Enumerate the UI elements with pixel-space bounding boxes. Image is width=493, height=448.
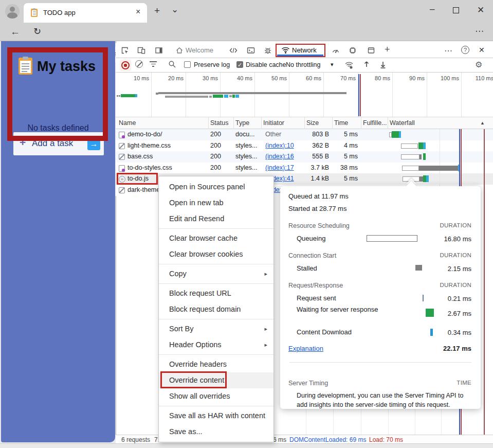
network-overview[interactable]: 10 ms20 ms30 ms40 ms50 ms60 ms70 ms80 ms… xyxy=(116,73,493,117)
request-name: base.css xyxy=(127,153,153,160)
column-header-name[interactable]: Name xyxy=(119,119,136,127)
column-header-waterfall[interactable]: Waterfall xyxy=(390,119,415,127)
menu-item-save-all-as-har-with-content[interactable]: Save all as HAR with content xyxy=(159,408,273,424)
table-row[interactable]: light-theme.css200styles...(index):10362… xyxy=(116,140,493,152)
menu-item-label: Save all as HAR with content xyxy=(169,411,265,420)
request-type: docu... xyxy=(235,131,255,138)
more-tabs-button[interactable]: + xyxy=(385,44,390,55)
request-time: 4 ms xyxy=(332,142,358,149)
devtools-more-icon[interactable]: ⋯ xyxy=(444,46,452,56)
overview-waterfall-bar xyxy=(165,96,208,98)
sort-arrow-icon[interactable]: ▲ xyxy=(480,120,485,126)
search-icon[interactable] xyxy=(168,60,176,68)
throttling-select[interactable]: No throttling xyxy=(286,61,320,68)
chevron-down-icon[interactable]: ▾ xyxy=(331,61,334,68)
menu-item-edit-and-resend[interactable]: Edit and Resend xyxy=(159,211,273,227)
menu-item-block-request-domain[interactable]: Block request domain xyxy=(159,301,273,317)
filter-icon[interactable] xyxy=(150,61,157,67)
browser-tab[interactable]: TODO app × xyxy=(24,3,147,23)
preserve-log-checkbox[interactable] xyxy=(184,61,191,68)
request-initiator[interactable]: (index):17 xyxy=(265,164,294,171)
request-name: to-do-styles.css xyxy=(127,164,172,171)
timing-outline-bar xyxy=(367,235,417,242)
menu-item-open-in-new-tab[interactable]: Open in new tab xyxy=(159,195,273,211)
debug-bug-icon[interactable] xyxy=(264,46,272,55)
table-row[interactable]: demo-to-do/200docu...Other803 B5 ms xyxy=(116,129,493,140)
request-size: 555 B xyxy=(304,153,329,160)
waterfall-blue-bar xyxy=(423,142,426,149)
tab-list-dropdown-icon[interactable]: ⌄ xyxy=(171,5,178,14)
network-conditions-icon[interactable] xyxy=(344,60,354,69)
overview-gridline xyxy=(151,73,152,117)
menu-item-clear-browser-cookies[interactable]: Clear browser cookies xyxy=(159,246,273,262)
menu-item-label: Save as... xyxy=(169,427,202,436)
column-header-status[interactable]: Status xyxy=(210,119,228,127)
memory-chip-icon[interactable] xyxy=(349,46,357,55)
tab-close-icon[interactable]: × xyxy=(136,8,140,16)
refresh-button[interactable]: ↻ xyxy=(33,27,41,36)
menu-item-copy[interactable]: Copy▸ xyxy=(159,266,273,282)
overview-gridline xyxy=(289,73,289,117)
settings-gear-icon[interactable]: ⚙ xyxy=(475,60,482,69)
waterfall-gridline xyxy=(440,140,440,152)
timing-row-label: Content Download xyxy=(297,328,379,336)
overview-tick-label: 40 ms xyxy=(223,75,252,81)
performance-gauge-icon[interactable] xyxy=(332,46,340,55)
devtools-help-icon[interactable]: ? xyxy=(461,46,469,54)
menu-item-block-request-url[interactable]: Block request URL xyxy=(159,285,273,301)
menu-item-sort-by[interactable]: Sort By▸ xyxy=(159,321,273,337)
device-emulation-icon[interactable] xyxy=(137,46,145,55)
menu-separator xyxy=(159,228,273,229)
menu-item-label: Show all overrides xyxy=(169,392,230,400)
table-row[interactable]: to-do-styles.css200styles...(index):173.… xyxy=(116,163,493,174)
new-tab-button[interactable]: + xyxy=(154,6,160,15)
column-header-fulfille[interactable]: Fulfille... xyxy=(363,119,387,127)
menu-separator xyxy=(159,319,273,319)
disable-cache-checkbox[interactable]: ✓ xyxy=(236,61,243,68)
overview-gridline xyxy=(427,73,427,117)
disable-cache-label[interactable]: Disable cache xyxy=(246,61,286,68)
export-har-icon[interactable] xyxy=(379,60,387,68)
menu-item-label: Clear browser cookies xyxy=(169,250,243,258)
column-header-type[interactable]: Type xyxy=(235,119,249,127)
menu-item-override-content[interactable]: Override content xyxy=(159,372,273,388)
explanation-link[interactable]: Explanation xyxy=(288,345,323,352)
request-initiator: Other xyxy=(265,131,281,138)
maximize-button[interactable] xyxy=(453,7,459,13)
devtools-close-icon[interactable]: ✕ xyxy=(479,46,485,54)
request-initiator[interactable]: (index):10 xyxy=(265,142,294,149)
preserve-log-label[interactable]: Preserve log xyxy=(194,61,230,68)
menu-item-show-all-overrides[interactable]: Show all overrides xyxy=(159,388,273,404)
column-header-time[interactable]: Time xyxy=(334,119,348,127)
import-har-icon[interactable] xyxy=(362,60,371,68)
inspect-element-icon[interactable] xyxy=(121,46,129,55)
application-icon[interactable] xyxy=(367,46,375,55)
menu-item-header-options[interactable]: Header Options▸ xyxy=(159,337,273,353)
dock-side-icon[interactable] xyxy=(155,46,163,55)
request-initiator[interactable]: (index):16 xyxy=(265,153,294,160)
menu-item-open-in-sources-panel[interactable]: Open in Sources panel xyxy=(159,179,273,195)
tab-welcome[interactable]: Welcome xyxy=(186,46,213,54)
menu-separator xyxy=(159,354,273,355)
clear-icon[interactable] xyxy=(135,60,143,68)
menu-item-label: Header Options xyxy=(169,341,222,349)
sources-icon[interactable] xyxy=(229,46,238,55)
browser-more-icon[interactable]: ⋯ xyxy=(475,26,484,37)
profile-avatar[interactable] xyxy=(5,4,20,19)
home-icon xyxy=(175,46,184,55)
menu-item-clear-browser-cache[interactable]: Clear browser cache xyxy=(159,230,273,246)
menu-item-override-headers[interactable]: Override headers xyxy=(159,356,273,372)
column-header-initiator[interactable]: Initiator xyxy=(263,119,284,127)
column-header-size[interactable]: Size xyxy=(306,119,319,127)
table-row[interactable]: base.css200styles...(index):16555 B5 ms xyxy=(116,151,493,163)
back-button[interactable]: ← xyxy=(10,27,20,37)
close-window-button[interactable]: ✕ xyxy=(477,6,484,14)
waterfall-outline-bar xyxy=(401,144,418,149)
request-size: 1.4 kB xyxy=(304,175,329,182)
minimize-button[interactable]: – xyxy=(430,5,434,13)
menu-item-save-as-[interactable]: Save as... xyxy=(159,424,273,440)
request-type: styles... xyxy=(235,164,257,171)
tab-title: TODO app xyxy=(43,9,76,16)
record-button[interactable] xyxy=(120,60,131,71)
console-icon[interactable] xyxy=(247,46,255,55)
